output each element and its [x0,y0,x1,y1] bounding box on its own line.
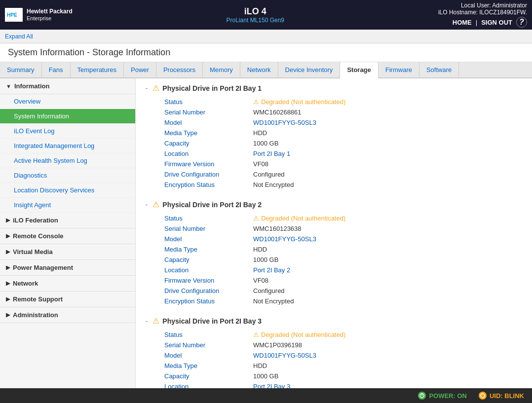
server-model: ProLiant ML150 Gen9 [227,17,284,24]
nav-separator: | [476,19,477,26]
tab-software[interactable]: Software [419,62,459,77]
table-row: Status⚠Degraded (Not authenticated) [160,97,522,107]
field-label: Encryption Status [160,296,249,306]
sidebar-group-remote-console: ▶Remote Console [0,228,135,244]
field-value-text: Degraded (Not authenticated) [261,331,345,338]
expand-all-link[interactable]: Expand All [5,33,33,40]
main-layout: ▼InformationOverviewSystem InformationiL… [0,78,532,388]
drive-title: Physical Drive in Port 2I Bay 2 [162,201,262,209]
tab-firmware[interactable]: Firmware [379,62,419,77]
sidebar-group-header-remote-support[interactable]: ▶Remote Support [0,292,135,307]
chevron-icon: ▶ [6,296,10,302]
table-row: Serial NumberWMC1P0396198 [160,340,522,350]
chevron-icon: ▶ [6,264,10,271]
field-label: Capacity [160,138,249,148]
sidebar-item-ilo-event-log[interactable]: iLO Event Log [0,124,135,139]
table-row: Firmware VersionVF08 [160,159,522,169]
sidebar-group-label: Remote Support [13,295,63,303]
field-label: Location [160,381,249,388]
table-row: Capacity1000 GB [160,371,522,381]
field-value-text: Port 2I Bay 1 [253,150,290,157]
signout-link[interactable]: SIGN OUT [481,19,512,26]
power-button[interactable]: POWER: ON [418,392,467,400]
field-label: Media Type [160,244,249,255]
status-warning-icon: ⚠ [253,331,259,338]
field-label: Model [160,117,249,128]
local-user: Local User: Administrator [438,2,527,9]
field-label: Drive Configuration [160,286,249,296]
field-value: Port 2I Bay 3 [249,381,522,388]
drive-table: Status⚠Degraded (Not authenticated)Seria… [160,97,522,190]
sidebar-group-administration: ▶Administration [0,307,135,323]
field-value-text: WD1001FYYG-50SL3 [253,119,316,126]
tabs-bar: SummaryFansTemperaturesPowerProcessorsMe… [0,62,532,78]
field-label: Encryption Status [160,180,249,190]
header-right: Local User: Administrator iLO Hostname: … [438,2,527,28]
sidebar-item-system-information[interactable]: System Information [0,109,135,124]
field-label: Model [160,350,249,361]
table-row: Drive ConfigurationConfigured [160,169,522,180]
sidebar-item-active-health-system-log[interactable]: Active Health System Log [0,153,135,168]
status-warning-icon: ⚠ [253,215,259,222]
field-value: HDD [249,128,522,138]
tab-memory[interactable]: Memory [203,62,240,77]
sidebar-group-header-information[interactable]: ▼Information [0,78,135,94]
sidebar-group-header-administration[interactable]: ▶Administration [0,307,135,323]
drive-table: Status⚠Degraded (Not authenticated)Seria… [160,213,522,306]
field-value: ⚠Degraded (Not authenticated) [249,213,522,223]
chevron-icon: ▼ [6,83,11,89]
status-warning-icon: ⚠ [253,98,259,106]
table-row: Encryption StatusNot Encrypted [160,296,522,306]
bottom-bar: POWER: ON UID: BLINK [0,388,532,403]
field-value-text: WMC160268861 [253,109,302,116]
sidebar-group-header-virtual-media[interactable]: ▶Virtual Media [0,244,135,260]
help-button[interactable]: ? [516,17,527,28]
tab-power[interactable]: Power [124,62,156,77]
table-row: Firmware VersionVF08 [160,275,522,286]
tab-processors[interactable]: Processors [156,62,203,77]
field-label: Location [160,265,249,275]
table-row: Capacity1000 GB [160,138,522,148]
sidebar-item-location-discovery-services[interactable]: Location Discovery Services [0,183,135,198]
field-value: WD1001FYYG-50SL3 [249,234,522,244]
table-row: ModelWD1001FYYG-50SL3 [160,234,522,244]
table-row: Media TypeHDD [160,128,522,138]
tab-storage[interactable]: Storage [340,62,378,78]
sidebar-item-diagnostics[interactable]: Diagnostics [0,168,135,183]
sidebar-group-header-power-management[interactable]: ▶Power Management [0,260,135,276]
subheader: Expand All [0,30,532,43]
sidebar-group-header-remote-console[interactable]: ▶Remote Console [0,228,135,244]
warning-icon: ⚠ [152,316,159,326]
field-value-text: VF08 [253,160,268,168]
sidebar-item-insight-agent[interactable]: Insight Agent [0,198,135,213]
drive-dash: - [146,201,148,208]
table-row: ModelWD1001FYYG-50SL3 [160,350,522,361]
field-value: ⚠Degraded (Not authenticated) [249,97,522,107]
sidebar-group-label: Administration [13,311,58,319]
field-label: Media Type [160,361,249,371]
drive-header: -⚠Physical Drive in Port 2I Bay 2 [146,200,522,209]
sidebar-group-header-network[interactable]: ▶Network [0,276,135,292]
tab-temperatures[interactable]: Temperatures [71,62,124,77]
field-value: 1000 GB [249,371,522,381]
tab-device-inventory[interactable]: Device Inventory [278,62,341,77]
uid-button[interactable]: UID: BLINK [479,392,524,400]
tab-summary[interactable]: Summary [0,62,42,77]
tab-network[interactable]: Network [240,62,278,77]
sidebar-group-header-ilo-federation[interactable]: ▶iLO Federation [0,213,135,228]
home-link[interactable]: HOME [453,19,472,26]
sidebar-group-label: Remote Console [13,232,64,240]
table-row: Status⚠Degraded (Not authenticated) [160,213,522,223]
field-label: Drive Configuration [160,169,249,180]
header-brand: Hewlett Packard Enterprise [27,8,73,22]
power-label: POWER: ON [429,392,467,400]
sidebar-item-integrated-management-log[interactable]: Integrated Management Log [0,139,135,153]
drive-table: Status⚠Degraded (Not authenticated)Seria… [160,330,522,388]
sidebar-item-overview[interactable]: Overview [0,94,135,109]
field-label: Firmware Version [160,159,249,169]
drive-header: -⚠Physical Drive in Port 2I Bay 1 [146,83,522,93]
chevron-icon: ▶ [6,217,10,223]
field-value-text: WD1001FYYG-50SL3 [253,235,316,243]
field-value-text: Port 2I Bay 3 [253,383,290,388]
tab-fans[interactable]: Fans [42,62,71,77]
